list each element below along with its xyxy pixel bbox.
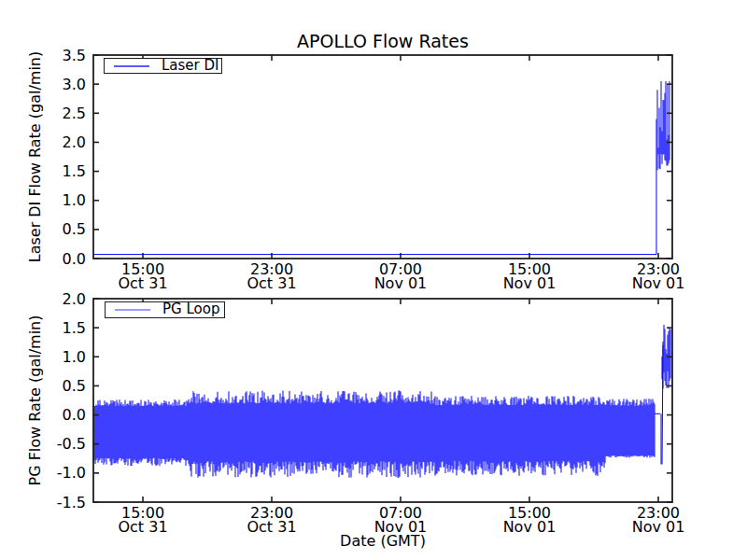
x-axis-label: Date (GMT) [93,532,672,551]
y-tick-label: 3.5 [63,47,86,64]
axes-spines-laser-di [93,55,672,259]
figure: 0.00.51.01.52.02.53.03.515:00Oct 3123:00… [0,0,747,560]
axes-spines-pg-loop [93,299,672,502]
y-tick-label: -1.5 [57,494,86,511]
y-tick-label: 1.5 [63,319,86,337]
x-tick-label-date: Nov 01 [632,274,685,292]
series-line-laser-di [93,81,669,255]
legend-pg-loop: PG Loop [105,301,225,318]
y-tick-label: 0.5 [63,377,86,395]
chart-title: APOLLO Flow Rates [93,31,672,51]
plot-canvas: 0.00.51.01.52.02.53.03.515:00Oct 3123:00… [0,0,747,560]
y-tick-label: 0.5 [63,220,86,238]
x-tick-label-date: Oct 31 [247,274,296,292]
series-line-pg-loop [93,325,670,478]
legend-line-sample [114,65,149,67]
y-tick-label: 1.5 [63,162,86,180]
y-tick-label: 1.0 [63,191,86,209]
x-tick-label-date: Oct 31 [118,274,167,292]
y-tick-label: 3.0 [63,76,86,93]
y-tick-label: -1.0 [57,464,86,482]
y-axis-label-pg-loop: PG Flow Rate (gal/min) [26,260,45,540]
legend-laser-di: Laser DI [104,58,222,74]
y-axis-label-laser-di: Laser DI Flow Rate (gal/min) [26,17,45,297]
y-tick-label: 2.0 [63,290,86,308]
legend-line-sample [115,309,150,311]
y-tick-label: -0.5 [57,435,86,453]
legend-label: Laser DI [162,59,219,74]
y-tick-label: 0.0 [63,406,86,424]
legend-label: PG Loop [162,302,219,317]
x-tick-label-date: Nov 01 [503,274,557,292]
y-tick-label: 2.5 [63,105,86,122]
y-tick-label: 1.0 [63,348,86,366]
y-tick-label: 0.0 [63,250,86,268]
x-tick-label-date: Nov 01 [374,274,428,292]
y-tick-label: 2.0 [63,133,86,151]
